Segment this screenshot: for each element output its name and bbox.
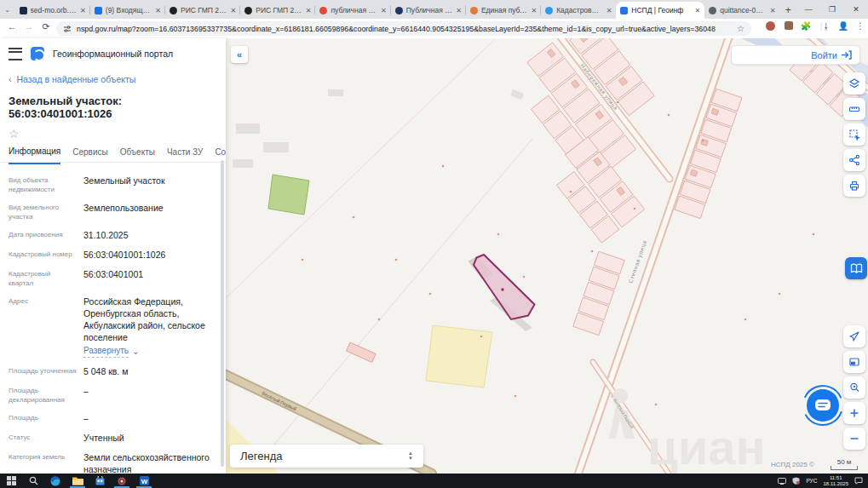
- browser-tab-active[interactable]: НСПД | Геоинф✕: [616, 2, 704, 19]
- layers-button[interactable]: [843, 72, 865, 95]
- share-button[interactable]: [843, 149, 865, 171]
- print-button[interactable]: [843, 175, 865, 197]
- forward-icon[interactable]: →: [22, 21, 36, 32]
- menu-kebab-icon[interactable]: ⋮: [854, 21, 867, 31]
- panel-collapse-button[interactable]: «: [231, 46, 248, 63]
- clock-time: 11:51: [823, 475, 848, 481]
- nspd-favicon: [620, 7, 628, 14]
- tab-objects[interactable]: Объекты: [120, 147, 155, 164]
- new-tab-button[interactable]: +: [779, 2, 796, 19]
- file-explorer-icon[interactable]: [66, 474, 89, 488]
- legend-collapse-icon[interactable]: ▲▼: [408, 451, 413, 461]
- tab-close-icon[interactable]: ✕: [80, 7, 86, 14]
- sidebar-icon[interactable]: [782, 21, 796, 32]
- briefcase-favicon: [20, 7, 27, 14]
- green-parcel[interactable]: [268, 175, 309, 215]
- browser-tab[interactable]: (9) Входящие —✕: [90, 2, 165, 19]
- bookmark-star-icon[interactable]: ☆: [737, 24, 744, 33]
- window-controls: — ❐ ✕: [796, 0, 868, 19]
- minimap-button[interactable]: [843, 351, 865, 373]
- user-icon[interactable]: 👤: [836, 21, 850, 31]
- search-area-icon: [848, 382, 860, 393]
- taskbar-clock[interactable]: 11:51 18.11.2025: [823, 475, 848, 487]
- assistant-button[interactable]: [845, 257, 867, 279]
- windows-taskbar: W РУС 11:51 18.11.2025: [0, 474, 868, 488]
- map-canvas[interactable]: циан Набережная улица Степная улица Весё…: [226, 38, 868, 474]
- selected-parcel[interactable]: [474, 255, 535, 319]
- tab-close-icon[interactable]: ✕: [695, 7, 701, 14]
- login-button[interactable]: Войти: [731, 45, 860, 65]
- defender-icon[interactable]: [792, 477, 800, 485]
- notification-icon[interactable]: [854, 477, 863, 485]
- map-scale: 50 м: [831, 458, 858, 470]
- red-favicon: [319, 7, 327, 14]
- edge-icon[interactable]: [44, 474, 66, 488]
- scale-label: 50 м: [831, 458, 858, 466]
- browser-tab[interactable]: Публичная када✕: [391, 2, 466, 19]
- measure-button[interactable]: [843, 98, 865, 120]
- plus-icon: [849, 408, 859, 418]
- profile-avatar[interactable]: [763, 21, 777, 32]
- url-text[interactable]: nspd.gov.ru/map?zoom=16.603713695337735&…: [77, 25, 732, 33]
- tab-close-icon[interactable]: ✕: [531, 7, 537, 14]
- start-button[interactable]: [0, 474, 22, 488]
- info-panel: Геоинформационный портал ‹ Назад в найде…: [0, 38, 226, 474]
- tab-parts[interactable]: Части ЗУ: [167, 147, 203, 164]
- tab-information[interactable]: Информация: [9, 146, 60, 164]
- my-location-button[interactable]: [843, 325, 865, 347]
- orange-favicon: [470, 7, 478, 14]
- cast-screen-icon[interactable]: [778, 478, 786, 485]
- reload-icon[interactable]: ⟳: [39, 21, 53, 32]
- select-area-icon: [848, 129, 860, 141]
- expand-address-link[interactable]: Развернуть⌄: [83, 345, 216, 358]
- close-button[interactable]: ✕: [844, 0, 868, 19]
- tab-close-icon[interactable]: ✕: [770, 7, 776, 14]
- yellow-parcel[interactable]: [426, 325, 492, 388]
- tab-close-icon[interactable]: ✕: [306, 7, 312, 14]
- browser-tab[interactable]: sed-mo.orb.ru/cr✕: [15, 2, 90, 19]
- tab-close-icon[interactable]: ✕: [606, 7, 612, 14]
- site-settings-icon[interactable]: [63, 25, 72, 33]
- browser-app-icon[interactable]: [111, 474, 133, 488]
- maximize-button[interactable]: ❐: [820, 0, 844, 19]
- downloads-icon[interactable]: ⭳: [819, 21, 833, 31]
- svg-text:циан: циан: [647, 419, 766, 474]
- tab-search-icon[interactable]: ⌄: [0, 0, 15, 19]
- taskbar-search-icon[interactable]: [22, 474, 44, 488]
- legend-bar[interactable]: Легенда ▲▼: [230, 445, 423, 468]
- blue-favicon: [545, 7, 553, 14]
- browser-tab[interactable]: РИС ГМП 2 (beta)✕: [240, 2, 315, 19]
- ms-store-icon[interactable]: [89, 474, 111, 488]
- word-icon[interactable]: W: [133, 474, 155, 488]
- menu-hamburger-icon[interactable]: [9, 48, 22, 60]
- share-icon: [848, 154, 860, 166]
- browser-tab[interactable]: РИС ГМП 2 (beta)✕: [165, 2, 240, 19]
- back-icon[interactable]: ←: [5, 21, 19, 32]
- field-row: Категория земельЗемли сельскохозяйственн…: [9, 451, 216, 474]
- minimize-button[interactable]: —: [796, 0, 820, 19]
- tab-close-icon[interactable]: ✕: [381, 7, 387, 14]
- back-to-results-link[interactable]: ‹ Назад в найденные объекты: [0, 64, 226, 84]
- zoom-in-button[interactable]: [843, 402, 865, 424]
- language-indicator[interactable]: РУС: [806, 478, 817, 484]
- browser-tab[interactable]: Кадастровая кар✕: [541, 2, 616, 19]
- tab-close-icon[interactable]: ✕: [155, 7, 161, 14]
- layers-icon: [848, 78, 860, 89]
- field-row: Кадастровый номер56:03:0401001:1026: [9, 249, 216, 261]
- panel-scrollbar[interactable]: [221, 160, 224, 467]
- extensions-puzzle-icon[interactable]: 🧩: [799, 21, 813, 31]
- tab-close-icon[interactable]: ✕: [456, 7, 462, 14]
- search-area-button[interactable]: [843, 376, 865, 399]
- browser-tab[interactable]: публичная када✕: [315, 2, 390, 19]
- zoom-out-button[interactable]: [843, 428, 865, 450]
- chat-fab[interactable]: [802, 384, 844, 427]
- system-tray: РУС 11:51 18.11.2025: [778, 475, 868, 487]
- browser-tab[interactable]: quittance-02102✕: [704, 2, 779, 19]
- address-bar[interactable]: nspd.gov.ru/map?zoom=16.603713695337735&…: [56, 21, 751, 36]
- legend-label: Легенда: [240, 450, 282, 462]
- select-area-button[interactable]: [843, 123, 865, 146]
- browser-tab[interactable]: Единая публичн✕: [466, 2, 541, 19]
- favorite-star-icon[interactable]: ☆: [0, 120, 226, 141]
- tab-services[interactable]: Сервисы: [72, 147, 107, 164]
- tab-close-icon[interactable]: ✕: [231, 7, 237, 14]
